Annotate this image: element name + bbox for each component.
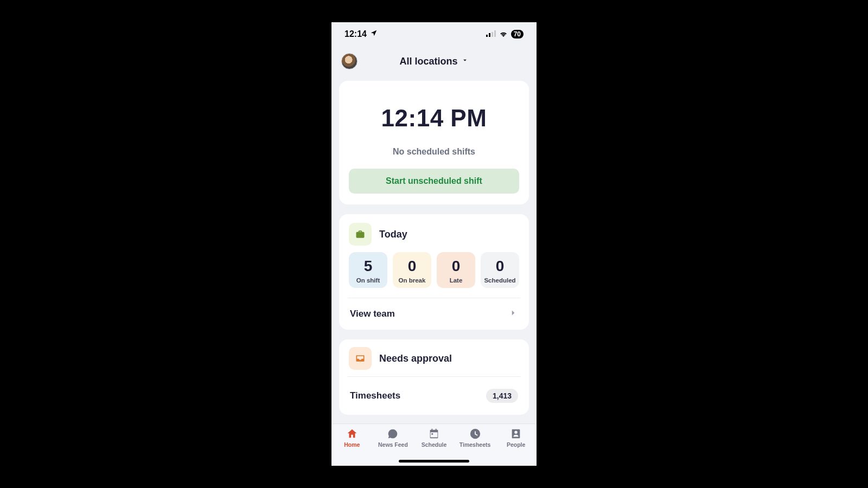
home-icon xyxy=(346,427,359,440)
stat-label: On shift xyxy=(351,277,385,284)
status-right: 70 xyxy=(486,29,524,39)
tab-home[interactable]: Home xyxy=(331,427,373,448)
status-left: 12:14 xyxy=(344,29,378,39)
stat-value: 0 xyxy=(395,258,429,275)
tab-label: Schedule xyxy=(422,441,447,448)
home-indicator[interactable] xyxy=(399,460,469,463)
approval-header: Needs approval xyxy=(349,347,519,370)
svg-rect-3 xyxy=(494,30,496,37)
stat-late[interactable]: 0 Late xyxy=(437,252,475,288)
person-icon xyxy=(509,427,522,440)
status-bar: 12:14 70 xyxy=(331,22,537,46)
approval-title: Needs approval xyxy=(379,353,452,364)
chevron-right-icon xyxy=(508,308,518,320)
stat-value: 0 xyxy=(483,258,517,275)
stat-value: 0 xyxy=(439,258,473,275)
tab-label: News Feed xyxy=(378,441,408,448)
stat-scheduled[interactable]: 0 Scheduled xyxy=(481,252,519,288)
tab-label: Timesheets xyxy=(459,441,491,448)
approval-card: Needs approval Timesheets 1,413 xyxy=(339,339,529,415)
main-scroll[interactable]: 12:14 PM No scheduled shifts Start unsch… xyxy=(331,76,537,423)
today-title: Today xyxy=(379,229,407,240)
tab-news-feed[interactable]: News Feed xyxy=(373,427,414,448)
chevron-down-icon xyxy=(461,56,469,66)
current-time: 12:14 PM xyxy=(349,105,519,132)
tab-bar: Home News Feed Schedule Timesheets Peopl… xyxy=(331,423,537,466)
svg-rect-1 xyxy=(489,33,490,37)
svg-rect-0 xyxy=(486,35,488,37)
stat-on-shift[interactable]: 5 On shift xyxy=(349,252,387,288)
cellular-icon xyxy=(486,29,496,39)
tab-label: Home xyxy=(344,441,360,448)
location-selector[interactable]: All locations xyxy=(331,56,537,67)
tab-timesheets[interactable]: Timesheets xyxy=(455,427,496,448)
tab-schedule[interactable]: Schedule xyxy=(413,427,455,448)
view-team-label: View team xyxy=(350,309,395,319)
today-header: Today xyxy=(349,223,519,246)
wifi-icon xyxy=(499,29,508,39)
inbox-icon xyxy=(349,347,372,370)
tab-label: People xyxy=(507,441,525,448)
stat-label: On break xyxy=(395,277,429,284)
battery-icon: 70 xyxy=(511,30,524,38)
start-shift-button[interactable]: Start unscheduled shift xyxy=(349,169,519,194)
phone-frame: 12:14 70 All locations xyxy=(331,22,537,466)
stat-label: Late xyxy=(439,277,473,284)
location-arrow-icon xyxy=(370,29,378,39)
chat-icon xyxy=(386,427,399,440)
timesheets-label: Timesheets xyxy=(350,390,400,401)
location-title: All locations xyxy=(399,56,457,67)
stat-label: Scheduled xyxy=(483,277,517,284)
today-stats: 5 On shift 0 On break 0 Late 0 Scheduled xyxy=(349,252,519,288)
today-card: Today 5 On shift 0 On break 0 Late 0 Sch… xyxy=(339,214,529,330)
calendar-icon xyxy=(427,427,441,440)
stat-value: 5 xyxy=(351,258,385,275)
timesheets-row[interactable]: Timesheets 1,413 xyxy=(349,377,519,415)
view-team-row[interactable]: View team xyxy=(349,298,519,322)
stat-on-break[interactable]: 0 On break xyxy=(393,252,431,288)
tab-people[interactable]: People xyxy=(495,427,537,448)
shift-status: No scheduled shifts xyxy=(349,147,519,157)
app-header: All locations xyxy=(331,46,537,76)
timesheets-count-badge: 1,413 xyxy=(486,389,518,403)
status-time: 12:14 xyxy=(344,29,367,39)
svg-rect-2 xyxy=(492,32,493,37)
clock-icon xyxy=(469,427,482,440)
clock-card: 12:14 PM No scheduled shifts Start unsch… xyxy=(339,81,529,204)
briefcase-icon xyxy=(349,223,372,246)
